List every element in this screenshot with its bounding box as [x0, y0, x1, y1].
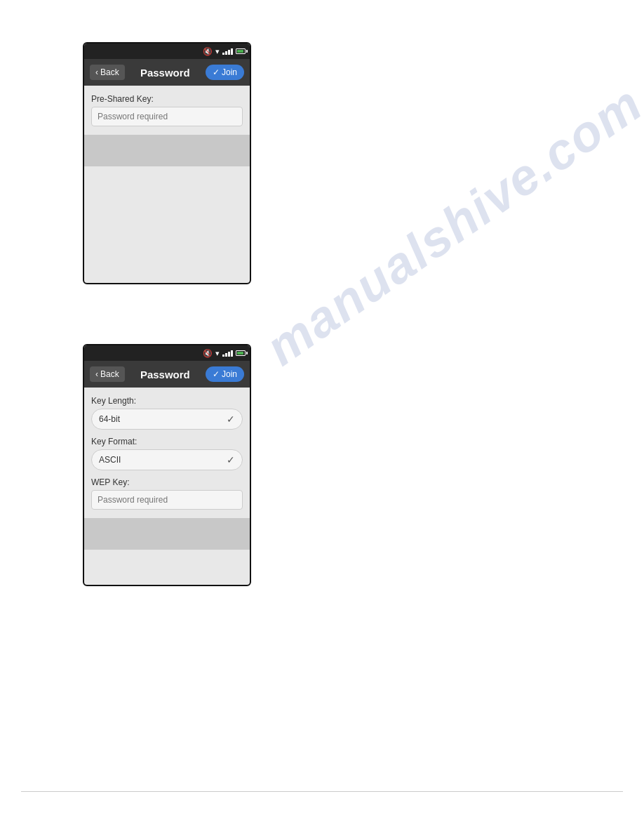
psk-input[interactable]: [91, 107, 243, 126]
content-area-2: Key Length: 64-bit ✓ Key Format: ASCII ✓…: [84, 388, 250, 518]
back-label-1: Back: [100, 67, 119, 77]
key-length-label: Key Length:: [91, 396, 243, 406]
nav-bar-1: ‹ Back Password ✓ Join: [84, 59, 250, 86]
volume-icon-1: 🔇: [203, 47, 213, 56]
key-length-check-icon: ✓: [227, 413, 235, 425]
key-length-dropdown[interactable]: 64-bit ✓: [91, 409, 243, 430]
nav-title-1: Password: [140, 67, 190, 79]
back-chevron-2: ‹: [95, 369, 98, 379]
volume-icon-2: 🔇: [203, 349, 213, 358]
page-rule: [21, 791, 623, 792]
phone-frame-2: 🔇 ▾ ‹ Back Password ✓ Join Key Length: 6…: [83, 344, 251, 586]
phone-frame-1: 🔇 ▾ ‹ Back Password ✓ Join Pre-Shared Ke…: [83, 42, 251, 284]
key-format-dropdown[interactable]: ASCII ✓: [91, 449, 243, 470]
signal-bars-1: [222, 48, 233, 55]
bottom-bar-1: [84, 135, 250, 166]
status-bar-1: 🔇 ▾: [84, 44, 250, 59]
nav-bar-2: ‹ Back Password ✓ Join: [84, 361, 250, 388]
watermark: manualshive.com: [255, 74, 644, 377]
bottom-bar-2: [84, 518, 250, 550]
psk-label: Pre-Shared Key:: [91, 94, 243, 104]
join-label-2: Join: [222, 369, 237, 379]
back-chevron-1: ‹: [95, 67, 98, 77]
join-button-1[interactable]: ✓ Join: [206, 65, 244, 80]
join-checkmark-2: ✓: [213, 369, 220, 379]
wep-key-label: WEP Key:: [91, 477, 243, 487]
key-format-label: Key Format:: [91, 437, 243, 446]
key-length-value: 64-bit: [99, 414, 120, 424]
join-label-1: Join: [222, 67, 237, 77]
signal-bars-2: [222, 350, 233, 357]
key-format-check-icon: ✓: [227, 454, 235, 465]
back-button-2[interactable]: ‹ Back: [90, 366, 125, 382]
status-bar-2: 🔇 ▾: [84, 345, 250, 361]
wifi-icon-1: ▾: [215, 47, 220, 56]
back-label-2: Back: [100, 369, 119, 379]
join-button-2[interactable]: ✓ Join: [206, 366, 244, 382]
wep-key-input[interactable]: [91, 490, 243, 510]
wifi-icon-2: ▾: [215, 349, 220, 358]
join-checkmark-1: ✓: [213, 67, 220, 77]
key-format-value: ASCII: [99, 455, 121, 465]
nav-title-2: Password: [140, 369, 190, 380]
content-area-1: Pre-Shared Key:: [84, 86, 250, 135]
page-wrapper: manualshive.com 🔇 ▾ ‹ Back Password ✓ Jo…: [0, 0, 644, 834]
battery-icon-1: [236, 48, 246, 54]
battery-icon-2: [236, 350, 246, 356]
back-button-1[interactable]: ‹ Back: [90, 65, 125, 80]
